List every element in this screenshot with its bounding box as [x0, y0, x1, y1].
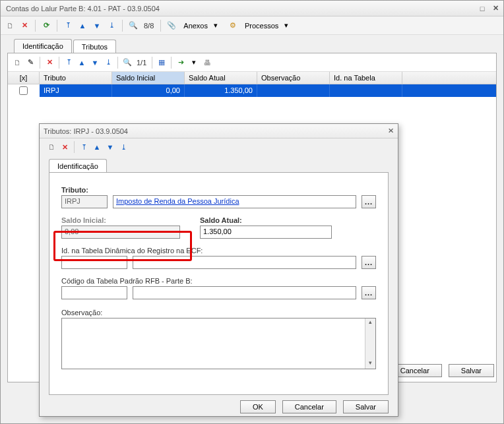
- tributo-desc-link[interactable]: Imposto de Renda da Pessoa Jurídica: [116, 197, 239, 205]
- observacao-wrap: ▴ ▾: [61, 318, 376, 369]
- tributo-lookup-button[interactable]: ...: [362, 195, 376, 208]
- dlg-last-icon[interactable]: ⤓: [118, 142, 129, 152]
- codigo-rfb-lookup-button[interactable]: ...: [362, 286, 376, 299]
- print-icon[interactable]: 🖶: [202, 57, 212, 68]
- codigo-rfb-code-input[interactable]: [61, 286, 127, 299]
- separator: [40, 57, 40, 69]
- scroll-down-icon[interactable]: ▾: [365, 359, 375, 369]
- find-icon[interactable]: 🔍: [128, 20, 139, 31]
- saldo-inicial-input: 0,00: [61, 226, 180, 239]
- tab-identificacao[interactable]: Identificação: [14, 39, 72, 53]
- prev-row-icon[interactable]: ▲: [77, 57, 87, 68]
- main-window: Contas do Lalur Parte B: 4.01 - PAT - 03…: [0, 0, 504, 424]
- dlg-salvar-button[interactable]: Salvar: [343, 400, 389, 413]
- scroll-up-icon[interactable]: ▴: [365, 318, 375, 328]
- anexos-dropdown[interactable]: Anexos ▾: [181, 19, 224, 32]
- processos-dropdown[interactable]: Processos ▾: [242, 19, 294, 32]
- dlg-next-icon[interactable]: ▼: [105, 142, 115, 152]
- tributo-label: Tributo:: [61, 186, 376, 194]
- id-ecf-code-input[interactable]: [61, 256, 127, 269]
- last-row-icon[interactable]: ⤓: [103, 57, 113, 68]
- grid-row[interactable]: IRPJ 0,00 1.350,00: [8, 84, 496, 97]
- col-id-tabela[interactable]: Id. na Tabela: [330, 72, 402, 84]
- id-ecf-label: Id. na Tabela Dinâmica do Registro na EC…: [61, 247, 376, 255]
- main-toolbar: 🗋 ✕ ⟳ ⤒ ▲ ▼ ⤓ 🔍 8/8 📎 Anexos ▾ ⚙ Process…: [1, 16, 503, 35]
- dlg-new-icon[interactable]: 🗋: [46, 142, 57, 152]
- row-saldo-atual: 1.350,00: [185, 84, 257, 97]
- delete-icon[interactable]: ✕: [19, 20, 30, 31]
- codigo-rfb-label: Código da Tabela Padrão RFB - Parte B:: [61, 277, 376, 285]
- dlg-cancelar-button[interactable]: Cancelar: [282, 400, 336, 413]
- next-row-icon[interactable]: ▼: [90, 57, 100, 68]
- grid-header: [x] Tributo Saldo Inicial Saldo Atual Ob…: [8, 72, 496, 84]
- edit-row-icon[interactable]: ✎: [25, 57, 36, 68]
- grid-toolbar: 🗋 ✎ ✕ ⤒ ▲ ▼ ⤓ 🔍 1/1 ▦ ➜ ▾ 🖶: [8, 53, 496, 72]
- export-icon[interactable]: ➜: [175, 57, 186, 68]
- row-checkbox[interactable]: [19, 86, 28, 95]
- first-row-icon[interactable]: ⤒: [63, 57, 74, 68]
- col-select[interactable]: [x]: [8, 72, 40, 84]
- dialog-content: Tributo: IRPJ Imposto de Renda da Pessoa…: [49, 172, 389, 395]
- new-row-icon[interactable]: 🗋: [12, 57, 22, 68]
- anexos-label: Anexos: [183, 22, 208, 30]
- id-ecf-desc-input[interactable]: [133, 256, 356, 269]
- col-observacao[interactable]: Observação: [257, 72, 330, 84]
- new-icon[interactable]: 🗋: [5, 20, 15, 31]
- observacao-scrollbar[interactable]: ▴ ▾: [365, 318, 375, 369]
- col-tributo[interactable]: Tributo: [40, 72, 112, 84]
- tributo-code-input: IRPJ: [61, 195, 108, 208]
- observacao-textarea[interactable]: [62, 318, 365, 369]
- gear-icon: ⚙: [228, 20, 238, 31]
- last-record-icon[interactable]: ⤓: [106, 20, 117, 31]
- clip-icon: 📎: [166, 20, 177, 31]
- first-record-icon[interactable]: ⤒: [63, 20, 73, 31]
- tributo-dialog: Tributos: IRPJ - 03.9.0504 ⨯ 🗋 ✕ ⤒ ▲ ▼ ⤓…: [39, 123, 398, 417]
- separator: [117, 57, 118, 69]
- dialog-tabs: Identificação: [40, 156, 398, 172]
- row-saldo-inicial: 0,00: [112, 84, 185, 97]
- chevron-down-icon[interactable]: ▾: [189, 57, 199, 68]
- window-title: Contas do Lalur Parte B: 4.01 - PAT - 03…: [3, 5, 477, 13]
- row-counter: 1/1: [135, 59, 148, 67]
- processos-label: Processos: [245, 22, 278, 30]
- row-observacao: [257, 84, 330, 97]
- chevron-down-icon: ▾: [210, 20, 221, 31]
- dlg-tab-identificacao[interactable]: Identificação: [49, 159, 107, 173]
- refresh-icon[interactable]: ⟳: [41, 20, 51, 31]
- dialog-title: Tributos: IRPJ - 03.9.0504: [44, 127, 128, 135]
- id-ecf-lookup-button[interactable]: ...: [362, 256, 376, 269]
- dlg-ok-button[interactable]: OK: [240, 400, 276, 413]
- dlg-first-icon[interactable]: ⤒: [79, 142, 89, 152]
- record-counter: 8/8: [142, 22, 155, 30]
- prev-record-icon[interactable]: ▲: [77, 20, 88, 31]
- close-button[interactable]: ✕: [490, 4, 501, 13]
- separator: [57, 20, 57, 32]
- salvar-button[interactable]: Salvar: [449, 364, 494, 377]
- titlebar: Contas do Lalur Parte B: 4.01 - PAT - 03…: [1, 1, 503, 16]
- row-id-tabela: [330, 84, 402, 97]
- col-saldo-atual[interactable]: Saldo Atual: [185, 72, 257, 84]
- delete-row-icon[interactable]: ✕: [44, 57, 55, 68]
- dlg-prev-icon[interactable]: ▲: [92, 142, 102, 152]
- grid-options-icon[interactable]: ▦: [156, 57, 167, 68]
- dialog-close-icon[interactable]: ⨯: [388, 127, 394, 135]
- tab-tributos[interactable]: Tributos: [73, 40, 116, 53]
- separator: [59, 57, 59, 69]
- main-button-bar: Cancelar Salvar: [388, 364, 494, 377]
- find-row-icon[interactable]: 🔍: [122, 57, 133, 68]
- maximize-button[interactable]: □: [477, 4, 488, 13]
- separator: [152, 57, 152, 69]
- row-tributo: IRPJ: [40, 84, 112, 97]
- saldo-atual-label: Saldo Atual:: [200, 216, 332, 224]
- tributos-grid: [x] Tributo Saldo Inicial Saldo Atual Ob…: [8, 72, 496, 97]
- separator: [74, 141, 75, 153]
- saldo-atual-input[interactable]: 1.350,00: [200, 226, 332, 239]
- dlg-delete-icon[interactable]: ✕: [59, 142, 70, 152]
- saldo-inicial-label: Saldo Inicial:: [61, 216, 180, 224]
- col-saldo-inicial[interactable]: Saldo Inicial: [112, 72, 185, 84]
- codigo-rfb-desc-input[interactable]: [133, 286, 356, 299]
- dialog-button-bar: OK Cancelar Salvar: [40, 395, 398, 419]
- chevron-down-icon: ▾: [281, 20, 292, 31]
- separator: [171, 57, 172, 69]
- next-record-icon[interactable]: ▼: [92, 20, 102, 31]
